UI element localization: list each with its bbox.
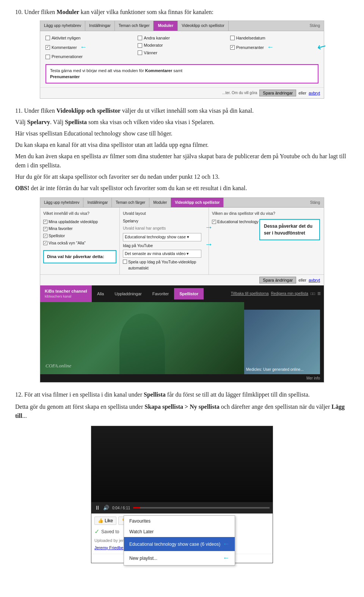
dessa-callout: Dessa påverkar det du ser i huvudfönstre… [259, 219, 320, 240]
section-10: 10. Under fliken Moduler kan väljer vilk… [15, 8, 349, 99]
video-title-overlay: Medicles: User generated online... [246, 367, 318, 372]
s11-p6: Hur du gör för att skapa spellistor och … [15, 172, 349, 181]
s12-p2: Detta gör du genom att först skapa en sp… [15, 402, 349, 421]
back-to-playlists[interactable]: Tillbaka till spellistorna [231, 291, 269, 296]
progress-bar[interactable] [133, 507, 270, 509]
checkbox-handel[interactable]: Handelsedatum [230, 35, 318, 41]
player-bottom: 👍 Like 👎 + Add to ▾ Share ▶ ✓ Saved to [91, 514, 273, 554]
tab-installningar[interactable]: Inställningar [85, 21, 115, 31]
moduler-keyword: Moduler [56, 9, 79, 15]
screenshot-videoklipp: Lägg upp nyhetsbrev Inställningar Teman … [40, 197, 324, 383]
tab-teman[interactable]: Teman och färger [115, 21, 154, 31]
opt-spellistor[interactable]: ✓ Spellistor [43, 233, 116, 239]
dropdown-new-playlist[interactable]: New playlist... ← [124, 551, 235, 565]
tab-nyhetsbrev[interactable]: Lägg upp nyhetsbrev [40, 21, 85, 31]
controls-bar: ⏸ 🔊 0:04 / 6:11 [91, 502, 273, 514]
tab-videoklipp[interactable]: Videoklipp och spellistor [178, 21, 228, 31]
channel-sub: kibteachers kanal [45, 294, 87, 299]
col-2: Andra kanaler Moderator Vänner [138, 35, 226, 61]
opt-favoriter[interactable]: ✓ Mina favoriter [43, 226, 116, 232]
opt-upload[interactable]: ✓ Mina uppladdade videoklipp [43, 219, 116, 225]
mid-senaste[interactable]: Det senaste av mina utvalda video ▾ [123, 250, 201, 258]
tab2-installningar[interactable]: Inställningar [83, 198, 112, 207]
right-title: Vilken av dina spellistor vill du visa? [212, 211, 321, 217]
checkbox-vanner[interactable]: Vänner [138, 50, 226, 56]
moduler-footer: ...ter. Om du vill göra Spara ändringar … [40, 87, 324, 98]
tab-bar-2: Lägg upp nyhetsbrev Inställningar Teman … [40, 198, 324, 208]
videoklipp-footer: Spara ändringar eller avbryt [40, 275, 324, 285]
time-display: 0:04 / 6:11 [112, 505, 130, 511]
right-col: Vilken av dina spellistor vill du visa? … [209, 208, 324, 274]
save-changes-btn-2[interactable]: Spara ändringar [259, 277, 296, 284]
video-row: COFA.online Medicles: User generated onl… [40, 302, 324, 374]
screenshot-player: ⏸ 🔊 0:04 / 6:11 👍 Like 👎 + Add to ▾ [91, 426, 273, 563]
tab-bar-1: Lägg upp nyhetsbrev Inställningar Teman … [40, 21, 324, 31]
highlight-box: Testa gärna med vi börjar med att visa m… [46, 64, 318, 83]
like-btn[interactable]: 👍 Like [94, 517, 116, 525]
nav-tabs: Alla Uppladdningar Favoriter Spellistor [92, 288, 204, 300]
cancel-link-2[interactable]: avbryt [309, 277, 320, 284]
tab2-moduler[interactable]: Moduler [149, 198, 171, 207]
left-title: Vilket innehåll vill du visa? [43, 211, 116, 217]
section-number: 10. Under fliken [15, 9, 56, 15]
dropdown-watch-later[interactable]: Watch Later [124, 526, 235, 537]
save-changes-btn-1[interactable]: Spara ändringar [259, 90, 296, 96]
more-info[interactable]: Mer info [40, 374, 324, 382]
nav-alla[interactable]: Alla [92, 288, 109, 300]
videoklipp-body: Vilket innehåll vill du visa? ✓ Mina upp… [40, 208, 324, 275]
section-10-text: 10. Under fliken Moduler kan väljer vilk… [15, 8, 349, 17]
channel-info: KiBs teacher channel kibteachers kanal [40, 285, 92, 302]
checkbox-andra[interactable]: Andra kanaler [138, 35, 226, 41]
mid-spelarvy[interactable]: Spelarvy [123, 218, 206, 224]
s11-p2: Välj Spelarvy. Välj Spellista som ska vi… [15, 118, 349, 127]
col-1: Aktivitet nyligen ✓ Kommentarer ← Prenum… [46, 35, 134, 61]
checkbox-aktivitet[interactable]: Aktivitet nyligen [46, 35, 134, 41]
channel-name: KiBs teacher channel [45, 288, 87, 295]
checkbox-kommentarer[interactable]: ✓ Kommentarer ← [46, 42, 134, 52]
close-tab[interactable]: Stäng [306, 21, 324, 31]
moduler-grid: Aktivitet nyligen ✓ Kommentarer ← Prenum… [46, 35, 318, 61]
tab2-videoklipp[interactable]: Videoklipp och spellistor [171, 198, 224, 207]
dina-callout: Dina val här påverkar detta: [43, 250, 116, 263]
arrow-indicator: ← [223, 539, 229, 549]
cancel-link-1[interactable]: avbryt [309, 90, 320, 96]
checkbox-prenumerationer[interactable]: Prenumerationer [46, 54, 134, 60]
edit-playlist[interactable]: Redigera min spellista [271, 291, 308, 296]
mid-playlist-select[interactable]: Educational technology show case ▾ [123, 233, 201, 241]
main-video-thumb: COFA.online [40, 302, 244, 374]
checkbox-prenumeranter[interactable]: ✓ Prenumeranter ← [230, 42, 318, 52]
mid-spela[interactable]: Spela upp Idag på YouTube-videoklipp aut… [123, 259, 206, 271]
s11-p1: 11. Under fliken Videoklipp och spellist… [15, 106, 349, 115]
add-to-dropdown: Favourites Watch Later Educational techn… [124, 515, 235, 565]
tab-moduler[interactable]: Moduler [154, 21, 178, 31]
nav-favoriter[interactable]: Favoriter [147, 288, 174, 300]
checkmark-icon: ✓ [94, 527, 99, 536]
s11-p3: Här visas spellistan Educational technol… [15, 129, 349, 138]
dropdown-favourites[interactable]: Favourites [124, 516, 235, 526]
close-tab-2[interactable]: Stäng [306, 198, 324, 207]
logo-overlay: COFA.online [46, 362, 71, 370]
dropdown-educational[interactable]: Educational technology show case (6 vide… [124, 537, 235, 551]
section-12: 12. För att visa filmer i en spellista i… [15, 390, 349, 563]
saved-text: Saved to [101, 528, 119, 535]
checkbox-moderator[interactable]: Moderator [138, 42, 226, 49]
mid-col: Utvald layout Spelarvy Utvald kanal har … [120, 208, 209, 274]
s11-p5: Men du kan även skapa en spellista av fi… [15, 152, 349, 170]
volume-btn[interactable]: 🔊 [103, 504, 109, 512]
s12-p1: 12. För att visa filmer i en spellista i… [15, 390, 349, 399]
mid-layout-title: Utvald layout [123, 211, 206, 217]
right-video-thumb: Medicles: User generated online... [244, 310, 320, 374]
screenshot-moduler: Lägg upp nyhetsbrev Inställningar Teman … [40, 20, 324, 99]
nav-spellistor[interactable]: Spellistor [174, 288, 204, 300]
progress-fill [133, 507, 140, 509]
pause-btn[interactable]: ⏸ [94, 504, 100, 512]
tab2-teman[interactable]: Teman och färger [112, 198, 149, 207]
s11-p7: OBS! det är inte förrän du har valt spel… [15, 184, 349, 193]
video-area [91, 426, 273, 502]
opt-alla[interactable]: ✓ Visa också vyn "Alla" [43, 240, 116, 246]
tab2-nyhetsbrev[interactable]: Lägg upp nyhetsbrev [40, 198, 83, 207]
s11-p4: Du kan skapa en kanal för att visa dina … [15, 140, 349, 150]
nav-uppladdningar[interactable]: Uppladdningar [109, 288, 147, 300]
moduler-body: Aktivitet nyligen ✓ Kommentarer ← Prenum… [40, 31, 324, 87]
channel-bar: KiBs teacher channel kibteachers kanal A… [40, 285, 324, 302]
